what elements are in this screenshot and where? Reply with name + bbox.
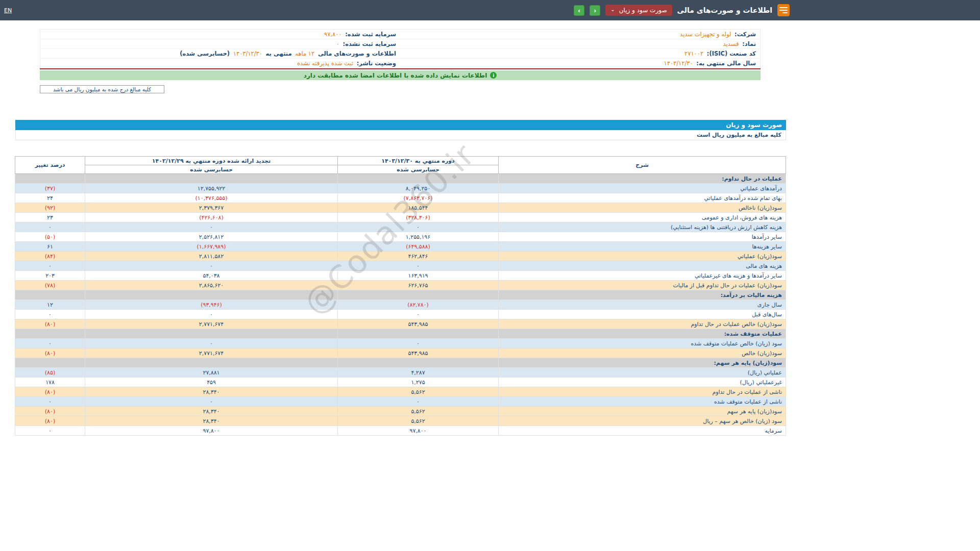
row-label: غیرعملیاتي (ریال) [499, 378, 786, 387]
company-cell: شرکت: لوله و تجهیزات سدید [400, 31, 760, 38]
table-row: سایر درآمدها۱,۲۵۵,۱۹۶۲,۵۲۶,۸۱۲(۵۰) [15, 232, 786, 242]
section-empty-cell [85, 358, 338, 368]
chevron-right-icon: › [594, 7, 596, 14]
restated-period-value: ۵۴,۰۳۸ [85, 271, 338, 281]
percent-change-value: ۶۱ [15, 242, 85, 252]
section-label: هزینه مالیات بر درآمد: [499, 290, 786, 300]
current-period-value: ۱۶۳,۹۱۹ [338, 271, 499, 281]
prev-statement-button[interactable]: ‹ [574, 5, 584, 16]
amounts-unit-note: کلیه مبالغ درج شده به میلیون ریال می باش… [40, 85, 164, 93]
fiscal-year-cell: سال مالی منتهی به: ۱۴۰۳/۱۲/۳۰ [400, 60, 760, 67]
restated-period-value: ۰ [85, 397, 338, 407]
restated-period-value: (۱۰,۳۷۶,۵۵۵) [85, 193, 338, 203]
current-period-value: ۰ [338, 310, 499, 319]
restated-period-value: ۲,۸۱۱,۵۸۲ [85, 252, 338, 261]
percent-change-value: ۱۷۸ [15, 378, 85, 387]
percent-change-value: (۵۰) [15, 232, 85, 242]
isic-cell: کد صنعت (ISIC): ۲۷۱۰۰۲ [400, 50, 760, 57]
table-row: سود(زیان) پایه هر سهم۵,۵۶۲۲۸,۳۴۰(۸۰) [15, 407, 786, 416]
restated-period-value: ۲۸,۳۴۰ [85, 407, 338, 416]
percent-change-value: ۰ [15, 222, 85, 232]
current-period-value: ۵,۵۶۲ [338, 416, 499, 426]
publisher-status-cell: وضعیت ناشر: ثبت شده پذیرفته نشده [40, 60, 400, 67]
info-row: کد صنعت (ISIC): ۲۷۱۰۰۲ اطلاعات و صورت‌ها… [40, 49, 760, 59]
chevron-left-icon: ‹ [578, 7, 580, 14]
current-period-value: ۰ [338, 222, 499, 232]
publisher-status-label: وضعیت ناشر: [357, 60, 396, 67]
col-header-current-period: دوره منتهي به ۱۴۰۳/۱۲/۳۰ [338, 157, 499, 165]
restated-period-value: ۴۵۹ [85, 378, 338, 387]
statement-period-cell: اطلاعات و صورت‌های مالی ۱۲ ماهه منتهی به… [40, 50, 400, 57]
row-label: هزینه های فروش، اداری و عمومی [499, 213, 786, 222]
table-row: سال جاری(۸۲,۷۸۰)(۹۳,۹۴۶)۱۲ [15, 300, 786, 310]
percent-change-value: (۸۰) [15, 407, 85, 416]
section-row: هزینه مالیات بر درآمد: [15, 290, 786, 300]
info-icon: i [490, 72, 497, 79]
section-empty-cell [338, 174, 499, 184]
symbol-value: فسدید [723, 40, 739, 47]
unregistered-capital-value: ۰ [336, 40, 339, 47]
row-label: هزینه های مالی [499, 261, 786, 271]
current-period-value: ۸,۰۴۹,۲۵۰ [338, 184, 499, 193]
percent-change-value: ۲۰۳ [15, 271, 85, 281]
percent-change-value: (۸۴) [15, 252, 85, 261]
table-row: سال‌های قبل۰۰۰ [15, 310, 786, 319]
registered-capital-cell: سرمایه ثبت شده: ۹۷,۸۰۰ [40, 31, 400, 38]
statement-label: اطلاعات و صورت‌های مالی [318, 50, 396, 57]
current-period-value: ۵۴۳,۹۸۵ [338, 319, 499, 329]
fiscal-year-label: سال مالی منتهی به: [696, 60, 756, 67]
section-empty-cell [15, 329, 85, 339]
table-row: سود (زیان) خالص عملیات متوقف شده۰۰۰ [15, 339, 786, 348]
row-label: سال جاری [499, 300, 786, 310]
row-label: ناشی از عملیات در حال تداوم [499, 387, 786, 397]
section-empty-cell [338, 290, 499, 300]
next-statement-button[interactable]: › [590, 5, 600, 16]
top-navbar: اطلاعات و صورت‌های مالی صورت سود و زیان … [0, 0, 980, 20]
section-row: سود(زیان) پایه هر سهم: [15, 358, 786, 368]
income-statement-section: صورت سود و زیان کلیه مبالغ به میلیون ریا… [15, 120, 786, 436]
percent-change-value: (۳۷) [15, 184, 85, 193]
section-row: عملیات متوقف شده: [15, 329, 786, 339]
registered-capital-value: ۹۷,۸۰۰ [324, 31, 342, 38]
signature-match-banner: i اطلاعات نمایش داده شده با اطلاعات امضا… [40, 70, 761, 80]
statement-type-dropdown-label: صورت سود و زیان [619, 7, 667, 14]
current-period-value: ۵,۵۶۲ [338, 407, 499, 416]
percent-change-value: ۰ [15, 339, 85, 348]
current-period-value: ۰ [338, 339, 499, 348]
symbol-cell: نماد: فسدید [400, 40, 760, 47]
table-row: هزینه های مالی۰۰۰ [15, 261, 786, 271]
restated-period-value: ۲,۷۷۱,۶۷۴ [85, 319, 338, 329]
codal-logo-icon[interactable] [777, 4, 790, 16]
col-header-percent-change: درصد تغییر [15, 157, 85, 174]
section-empty-cell [15, 290, 85, 300]
statement-date-value: ۱۴۰۳/۱۲/۳۰ [233, 50, 262, 57]
table-row: ناشی از عملیات در حال تداوم۵,۵۶۲۲۸,۳۴۰(۸… [15, 387, 786, 397]
percent-change-value: ۱۲ [15, 300, 85, 310]
current-period-value: ۴,۲۸۷ [338, 368, 499, 378]
col-subheader-current-audited: حسابرسی شده [338, 165, 499, 174]
row-label: ناشی از عملیات متوقف شده [499, 397, 786, 407]
col-header-restated-period: تجدید ارائه شده دوره منتهي به ۱۴۰۲/۱۲/۲۹ [85, 157, 338, 165]
table-row: بهای تمام شده درآمدهای عملیاتي(۷,۸۶۳,۷۰۶… [15, 193, 786, 203]
current-period-value: ۱,۲۷۵ [338, 378, 499, 387]
language-toggle-link[interactable]: EN [4, 7, 12, 14]
row-label: سود(زیان) پایه هر سهم [499, 407, 786, 416]
row-label: بهای تمام شده درآمدهای عملیاتي [499, 193, 786, 203]
symbol-label: نماد: [742, 40, 756, 47]
percent-change-value: ۰ [15, 426, 85, 436]
row-label: سود(زیان) عملیات در حال تداوم قبل از مال… [499, 281, 786, 290]
statement-period-value: ۱۲ ماهه [295, 50, 314, 57]
row-label: سود (زیان) خالص هر سهم – ریال [499, 416, 786, 426]
restated-period-value: ۲۸,۳۴۰ [85, 416, 338, 426]
restated-period-value: ۰ [85, 310, 338, 319]
registered-capital-label: سرمایه ثبت شده: [345, 31, 396, 38]
current-period-value: ۱۸۵,۵۴۴ [338, 203, 499, 213]
table-row: هزینه کاهش ارزش دریافتنی ها (هزینه استثن… [15, 222, 786, 232]
company-label: شرکت: [734, 31, 756, 38]
section-empty-cell [85, 329, 338, 339]
row-label: سود(زیان) خالص عملیات در حال تداوم [499, 319, 786, 329]
statement-unit-note: کلیه مبالغ به میلیون ریال است [15, 130, 786, 140]
note-row: کلیه مبالغ درج شده به میلیون ریال می باش… [40, 85, 761, 93]
current-period-value: ۰ [338, 397, 499, 407]
statement-type-dropdown[interactable]: صورت سود و زیان ⌄ [605, 5, 672, 16]
